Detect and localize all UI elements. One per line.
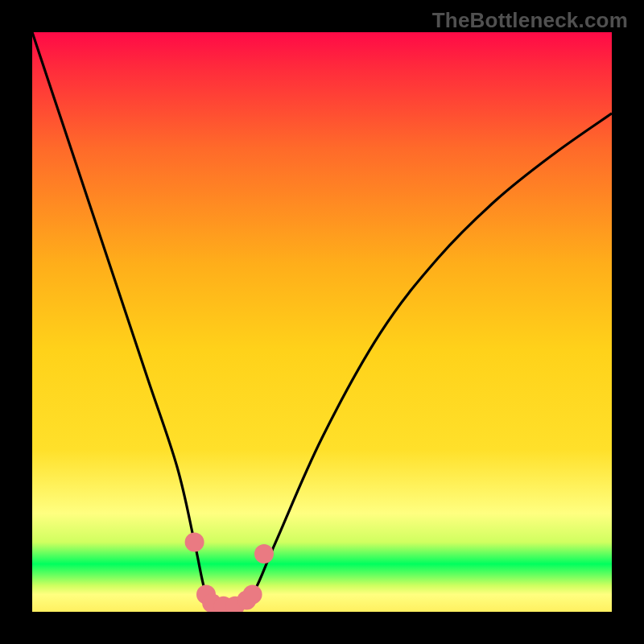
watermark-text: TheBottleneck.com bbox=[432, 8, 628, 33]
svg-rect-0 bbox=[32, 32, 612, 612]
chart-canvas: TheBottleneck.com bbox=[0, 0, 644, 644]
plot-area bbox=[32, 32, 612, 612]
gradient-background bbox=[32, 32, 612, 612]
